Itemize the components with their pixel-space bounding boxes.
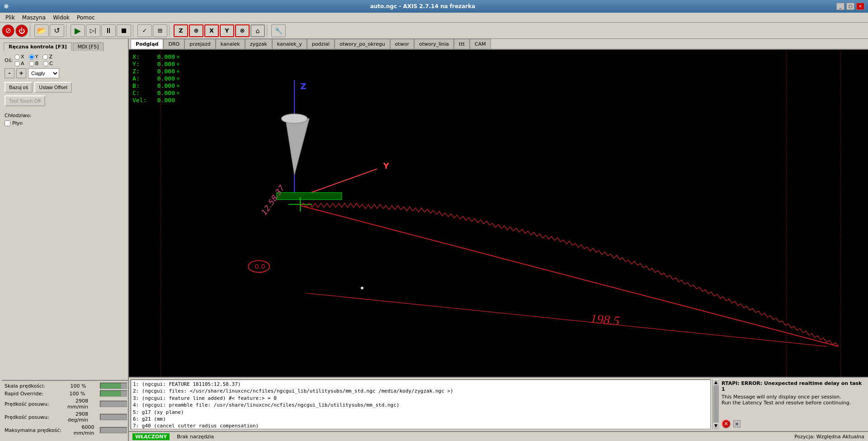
tab-otwory-linia[interactable]: otwory_linia [414,39,454,49]
speed-row-1: Skala prędkości: 100 % [5,383,127,389]
coolant-checkbox-label[interactable]: Płyn [5,120,123,126]
speed-value-2: 100 % [58,391,85,397]
menu-widok[interactable]: Widok [49,14,73,22]
menu-maszyna[interactable]: Maszyna [19,14,49,22]
error-close-row: ✕ ✕ [721,418,866,429]
axis-y-radio[interactable] [29,54,34,60]
tab-zygzak[interactable]: zygzak [245,39,272,49]
close-window-button[interactable]: ✕ [856,3,864,10]
svg-rect-6 [277,193,342,200]
coord-c: C: 0.000 ⊕ [132,90,179,96]
axis-a-label[interactable]: A [14,61,24,66]
position-label: Pozycja: Względna Aktualna [794,434,864,440]
speed-label-3: Prędkość posuwu: [5,401,49,407]
toolbar-sep-5 [267,24,269,37]
speed-row-3: Prędkość posuwu: 2908 mm/min [5,398,127,410]
bazuj-os-button[interactable]: Bazuj oś [5,82,33,93]
axis-x-label[interactable]: X [14,54,24,60]
touch-ref-button[interactable]: ⊕ [189,24,203,37]
estop-button[interactable]: ⊘ [2,24,14,37]
coolant-section: Chłodziwo: Płyn [5,113,123,126]
axis-c-label[interactable]: C [43,61,53,66]
home-button[interactable]: ⌂ [250,24,265,37]
bottom-area: 1: (ngcgui: FEATURE 181105:12.58.37) 2: … [129,377,868,431]
speed-row-4: Prędkość posuwu: 2908 deg/min [5,411,127,423]
jog-plus-button[interactable]: + [16,68,26,78]
tab-podzial[interactable]: podzial [307,39,335,49]
tab-cam[interactable]: CAM [470,39,491,49]
error-dismiss-button[interactable]: ✕ [722,419,731,428]
svg-text:✦: ✦ [359,285,365,292]
tab-otwor[interactable]: otwor [390,39,414,49]
jog-controls: - + Ciągły Krokowy [5,68,123,78]
titlebar: ❋ auto.ngc - AXIS 2.7.14 na frezarka _ □… [0,0,868,13]
speed-value-5: 6000 mm/min [67,424,94,436]
speed-label-1: Skala prędkości: [5,383,45,389]
svg-text:198.5: 198.5 [590,311,620,328]
touch-x-button[interactable]: X [204,24,219,37]
console-line-2: 2: (ngcgui: files: </usr/share/linuxcnc/… [133,388,708,394]
verify-button[interactable]: ✓ [137,24,152,37]
minimize-button[interactable]: _ [836,3,844,10]
console-line-3: 3: (ngcgui: feature line added) #< featu… [133,395,708,402]
ustaw-offset-button[interactable]: Ustaw Offset [34,82,72,93]
speed-section: Skala prędkości: 100 % Rapid Override: 1… [2,380,129,439]
axis-a-radio[interactable] [14,61,20,66]
run-button[interactable]: ▶ [71,24,85,37]
touch-y-button[interactable]: Y [220,24,234,37]
axis-b-label[interactable]: B [29,61,39,66]
jog-mode-select[interactable]: Ciągły Krokowy [28,68,59,78]
axis-group: X Y Z A B C [14,54,53,66]
tool-touch-off-button[interactable]: Tool Touch Off [5,95,45,106]
jog-minus-button[interactable]: - [5,68,14,78]
tab-otwory-po-okregu[interactable]: otwory_po_okregu [335,39,390,49]
toolbar-sep-1 [30,24,33,37]
touch-z-button[interactable]: Z [174,24,188,37]
scene-svg: Z Y [129,50,868,377]
tab-kanalek[interactable]: kanalek [216,39,245,49]
axis-z-radio[interactable] [42,54,48,60]
inspect-button[interactable]: ⊞ [153,24,167,37]
offset-button[interactable]: ⊗ [235,24,250,37]
tool-button[interactable]: 🔧 [271,24,286,37]
scroll-up[interactable]: ▲ [713,379,719,386]
axis-x-radio[interactable] [14,54,20,60]
coolant-checkbox[interactable] [5,120,10,126]
menu-plik[interactable]: Plik [2,14,19,22]
tab-manual[interactable]: Ręczna kontrola [F3] [4,43,72,51]
power-button[interactable]: ⏻ [15,24,28,37]
axis-b-radio[interactable] [29,61,34,66]
speed-slider-5[interactable] [100,427,127,433]
speed-slider-1[interactable] [100,383,127,389]
axis-c-radio[interactable] [43,61,48,66]
tab-przejazd[interactable]: przejazd [184,39,216,49]
scroll-thumb[interactable] [713,386,719,423]
speed-slider-4[interactable] [100,414,127,420]
tab-dro[interactable]: DRO [163,39,184,49]
speed-slider-3[interactable] [100,401,127,407]
scroll-down[interactable]: ▼ [713,423,719,429]
manual-panel: Oś: X Y Z A B C - + [2,51,126,380]
tab-mdi[interactable]: MDI [F5] [73,43,104,51]
speed-slider-2[interactable] [100,390,127,397]
title-left: ❋ [4,3,9,10]
axis-y-label[interactable]: Y [29,54,38,60]
axis-z-label[interactable]: Z [42,54,52,60]
stop-button[interactable]: ⏹ [117,24,131,37]
pause-button[interactable]: ⏸ [101,24,116,37]
open-button[interactable]: 📂 [34,24,49,37]
svg-point-5 [281,114,307,123]
step-button[interactable]: ▷| [86,24,100,37]
tab-ttt[interactable]: ttt [454,39,470,49]
btn-row-1: Bazuj oś Ustaw Offset [5,82,123,93]
menu-pomoc[interactable]: Pomoc [73,14,99,22]
toolbar-sep-3 [133,24,136,37]
tab-kanalek-y[interactable]: kanalek_y [272,39,307,49]
tab-podglad[interactable]: Podgląd [131,39,163,49]
error-close-x-button[interactable]: ✕ [733,420,741,427]
reload-button[interactable]: ↺ [50,24,64,37]
maximize-button[interactable]: □ [846,3,854,10]
svg-line-9 [300,205,838,346]
toolpath-zigzag [300,203,838,346]
console-scrollbar[interactable]: ▲ ▼ [712,379,719,429]
